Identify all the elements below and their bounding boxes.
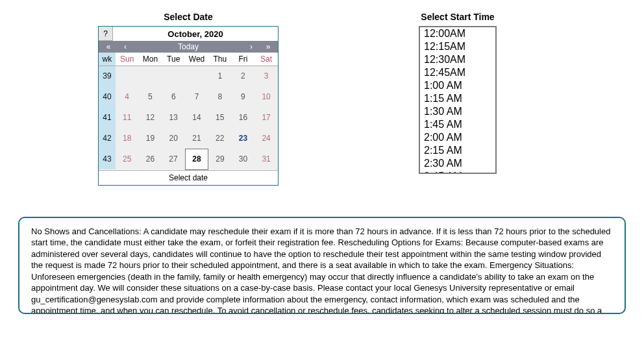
calendar-day[interactable]: 31 <box>254 149 278 169</box>
time-option[interactable]: 1:45 AM <box>420 118 495 131</box>
calendar-day[interactable]: 29 <box>208 149 232 169</box>
week-number-cell: 42 <box>99 128 116 149</box>
calendar-day[interactable]: 3 <box>254 66 278 86</box>
calendar-day[interactable]: 6 <box>162 86 185 107</box>
calendar-help-button[interactable]: ? <box>99 27 113 41</box>
time-option[interactable]: 1:00 AM <box>420 79 495 92</box>
calendar-day[interactable]: 19 <box>139 128 162 149</box>
dow-fri: Fri <box>232 53 255 66</box>
calendar-day[interactable]: 16 <box>232 107 255 128</box>
dow-wed: Wed <box>185 53 208 66</box>
calendar-day[interactable]: 12 <box>139 107 162 128</box>
time-option[interactable]: 2:15 AM <box>420 144 495 157</box>
week-number-header: wk <box>99 53 116 66</box>
next-year-button[interactable]: » <box>258 41 278 53</box>
time-option[interactable]: 1:15 AM <box>420 92 495 105</box>
calendar-day[interactable]: 5 <box>139 86 162 107</box>
calendar-day <box>185 66 208 86</box>
time-option[interactable]: 1:30 AM <box>420 105 495 118</box>
calendar-day[interactable]: 24 <box>254 128 278 149</box>
calendar-day[interactable]: 1 <box>208 66 232 86</box>
select-date-heading: Select Date <box>164 12 212 22</box>
time-option[interactable]: 12:15AM <box>420 40 495 53</box>
calendar-day <box>139 66 162 86</box>
calendar-day[interactable]: 14 <box>185 107 208 128</box>
time-option[interactable]: 12:45AM <box>420 66 495 79</box>
time-option[interactable]: 2:45 AM <box>420 170 495 174</box>
next-month-button[interactable]: › <box>244 41 258 53</box>
calendar-day[interactable]: 17 <box>254 107 278 128</box>
calendar-day[interactable]: 25 <box>116 149 139 169</box>
calendar-day[interactable]: 21 <box>185 128 208 149</box>
calendar-day[interactable]: 4 <box>116 86 139 107</box>
week-number-cell: 39 <box>99 66 116 86</box>
calendar-day <box>162 66 185 86</box>
calendar-day[interactable]: 20 <box>162 128 185 149</box>
calendar-day[interactable]: 13 <box>162 107 185 128</box>
calendar-day[interactable]: 11 <box>116 107 139 128</box>
dow-thu: Thu <box>208 53 232 66</box>
time-option[interactable]: 2:30 AM <box>420 157 495 170</box>
dow-tue: Tue <box>162 53 185 66</box>
dow-sun: Sun <box>116 53 139 66</box>
today-button[interactable]: Today <box>132 41 244 53</box>
calendar-day[interactable]: 8 <box>208 86 232 107</box>
prev-year-button[interactable]: « <box>99 41 118 53</box>
time-option[interactable]: 12:00AM <box>420 27 495 40</box>
calendar-day[interactable]: 2 <box>232 66 255 86</box>
calendar-day[interactable]: 22 <box>208 128 232 149</box>
calendar-grid: wk Sun Mon Tue Wed Thu Fri Sat 391234045… <box>99 53 278 170</box>
select-start-time-heading: Select Start Time <box>421 12 494 22</box>
start-time-listbox[interactable]: 12:00AM12:15AM12:30AM12:45AM1:00 AM1:15 … <box>419 26 497 174</box>
week-number-cell: 41 <box>99 107 116 128</box>
calendar-title: October, 2020 <box>113 27 278 41</box>
time-option[interactable]: 2:00 AM <box>420 131 495 144</box>
calendar-day[interactable]: 27 <box>162 149 185 169</box>
dow-mon: Mon <box>139 53 162 66</box>
calendar-day[interactable]: 26 <box>139 149 162 169</box>
calendar-day[interactable]: 15 <box>208 107 232 128</box>
calendar-day[interactable]: 7 <box>185 86 208 107</box>
prev-month-button[interactable]: ‹ <box>118 41 132 53</box>
policy-text: No Shows and Cancellations: A candidate … <box>18 217 626 314</box>
calendar-day[interactable]: 30 <box>232 149 255 169</box>
time-option[interactable]: 12:30AM <box>420 53 495 66</box>
calendar: ? October, 2020 « ‹ Today › » wk Sun Mon… <box>98 26 279 186</box>
calendar-footer: Select date <box>99 170 278 185</box>
dow-sat: Sat <box>254 53 278 66</box>
calendar-day[interactable]: 23 <box>232 128 255 149</box>
calendar-day <box>116 66 139 86</box>
week-number-cell: 43 <box>99 149 116 169</box>
calendar-day[interactable]: 10 <box>254 86 278 107</box>
calendar-day[interactable]: 9 <box>232 86 255 107</box>
calendar-day[interactable]: 18 <box>116 128 139 149</box>
calendar-day[interactable]: 28 <box>185 149 208 169</box>
week-number-cell: 40 <box>99 86 116 107</box>
